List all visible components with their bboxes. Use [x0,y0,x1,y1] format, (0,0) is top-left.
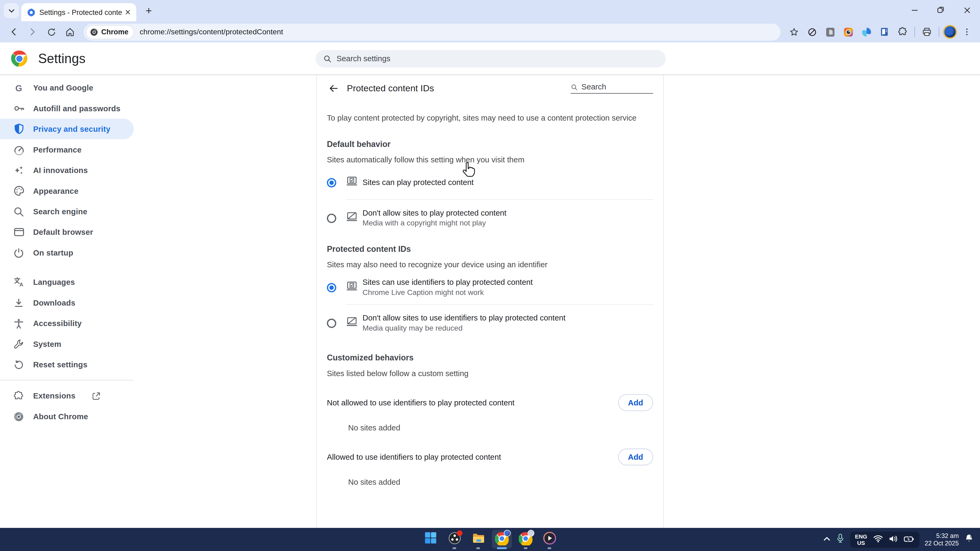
gear-favicon-icon [27,8,36,16]
home-button[interactable] [61,23,79,41]
add-not-allowed-button[interactable]: Add [618,394,653,411]
clock[interactable]: 5:32 am 22 Oct 2025 [924,532,959,547]
url-text[interactable]: chrome://settings/content/protectedConte… [140,27,283,36]
sidebar-item-default-browser[interactable]: Default browser [0,222,134,242]
screen: Settings - Protected content IDs ✕ + Chr… [0,0,980,551]
sidebar-item-accessibility[interactable]: Accessibility [0,313,134,333]
search-icon [323,54,332,63]
tab-close-icon[interactable]: ✕ [123,7,132,17]
profile-avatar[interactable] [943,25,957,39]
window-controls [901,0,980,21]
volume-icon[interactable] [888,534,898,545]
sidebar-item-appearance[interactable]: Appearance [0,181,134,201]
page-title: Settings [38,51,86,66]
reading-list-extension-icon[interactable] [876,24,892,40]
option-sites-can-use-identifiers[interactable]: Sites can use identifiers to play protec… [327,278,653,297]
sidebar-item-extensions[interactable]: Extensions [0,386,134,406]
sidebar-item-autofill[interactable]: Autofill and passwords [0,98,134,119]
tab-search-button[interactable] [4,3,19,18]
new-tab-button[interactable]: + [141,3,157,19]
default-behavior-heading: Default behavior [327,139,653,149]
running-indicator [476,547,480,549]
option-dont-allow-identifiers[interactable]: Don't allow sites to use identifiers to … [327,314,653,332]
chrome-profile2-button[interactable] [515,530,536,548]
option-sites-can-play[interactable]: Sites can play protected content [327,173,653,192]
start-button[interactable] [420,530,441,548]
screen-check-icon [346,175,358,190]
battery-icon[interactable] [904,534,914,545]
sidebar-item-about-chrome[interactable]: About Chrome [0,406,134,427]
back-arrow-button[interactable] [325,79,342,97]
notification-bell-icon[interactable]: z [964,534,974,545]
minimize-button[interactable] [901,0,928,20]
profile-badge [504,530,511,537]
sidebar-item-reset-settings[interactable]: Reset settings [0,354,134,375]
file-explorer-button[interactable] [468,530,488,548]
site-chip[interactable]: Chrome [86,25,134,38]
list-label: Not allowed to use identifiers to play p… [327,398,514,407]
tray-expand-chevron[interactable] [823,534,830,545]
customized-behaviors-heading: Customized behaviors [327,353,653,362]
chrome-active-button[interactable] [492,530,512,548]
forward-button[interactable] [24,23,41,41]
radio-selected[interactable] [327,283,336,292]
docs-extension-icon[interactable] [822,24,838,40]
shield-icon [13,123,25,135]
sidebar-item-privacy-and-security[interactable]: Privacy and security [0,119,134,139]
accessibility-icon [13,317,25,330]
sidebar-item-downloads[interactable]: Downloads [0,292,134,313]
option-sublabel: Chrome Live Caption might not work [363,288,533,297]
bookmark-star-icon[interactable] [786,24,802,40]
toolbar-icons [786,24,975,40]
arrow-left-icon [328,83,339,94]
download-icon [13,297,25,309]
svg-text:A: A [19,282,23,287]
content-blocked-icon[interactable] [804,24,820,40]
obs-app-button[interactable] [444,530,465,548]
sidebar-item-ai-innovations[interactable]: AI innovations [0,160,134,181]
print-icon[interactable] [919,24,935,40]
wifi-icon[interactable] [873,534,883,545]
radio-selected[interactable] [327,178,336,187]
chevron-down-icon [8,7,14,14]
panel-search[interactable] [571,83,653,94]
sidebar-item-on-startup[interactable]: On startup [0,243,134,263]
toolbar-separator [915,27,915,37]
chrome-logo-icon [11,50,28,67]
system-tray: ENG US 5:32 am 22 Oct 2025 z [818,528,980,551]
extensions-puzzle-icon[interactable] [894,24,910,40]
browser-menu-kebab-icon[interactable] [959,24,975,40]
option-sublabel: Media with a copyright might not play [363,219,506,227]
restore-button[interactable] [928,0,954,20]
tab-title: Settings - Protected content IDs [40,8,122,16]
reload-button[interactable] [43,23,60,41]
add-allowed-button[interactable]: Add [618,449,653,465]
microphone-icon[interactable] [836,534,845,545]
tab-settings[interactable]: Settings - Protected content IDs ✕ [21,3,136,21]
settings-search-input[interactable] [337,54,658,63]
intro-text: To play content protected by copyright, … [327,114,653,122]
close-window-button[interactable] [954,0,980,20]
address-bar[interactable]: Chrome chrome://settings/content/protect… [84,24,781,40]
camera-extension-icon[interactable] [840,24,856,40]
settings-search[interactable] [316,50,665,67]
tab-strip: Settings - Protected content IDs ✕ + [0,0,980,21]
copilot-extension-icon[interactable] [858,24,874,40]
sidebar-item-performance[interactable]: Performance [0,139,134,160]
reset-icon [13,358,25,371]
radio-unselected[interactable] [327,213,336,222]
sidebar-item-languages[interactable]: A Languages [0,272,134,292]
option-dont-allow-play[interactable]: Don't allow sites to play protected cont… [327,209,653,227]
page-body: G You and Google Autofill and passwords … [0,75,980,528]
sidebar-item-system[interactable]: System [0,333,134,354]
back-button[interactable] [5,23,22,41]
panel-search-input[interactable] [581,83,653,91]
sidebar-item-search-engine[interactable]: Search engine [0,201,134,222]
option-divider [346,304,653,305]
sidebar-item-you-and-google[interactable]: G You and Google [0,78,134,98]
media-player-button[interactable] [539,530,559,548]
option-label: Don't allow sites to use identifiers to … [363,314,565,322]
radio-unselected[interactable] [327,318,336,328]
language-indicator[interactable]: ENG US [855,533,867,546]
active-indicator [497,547,507,549]
